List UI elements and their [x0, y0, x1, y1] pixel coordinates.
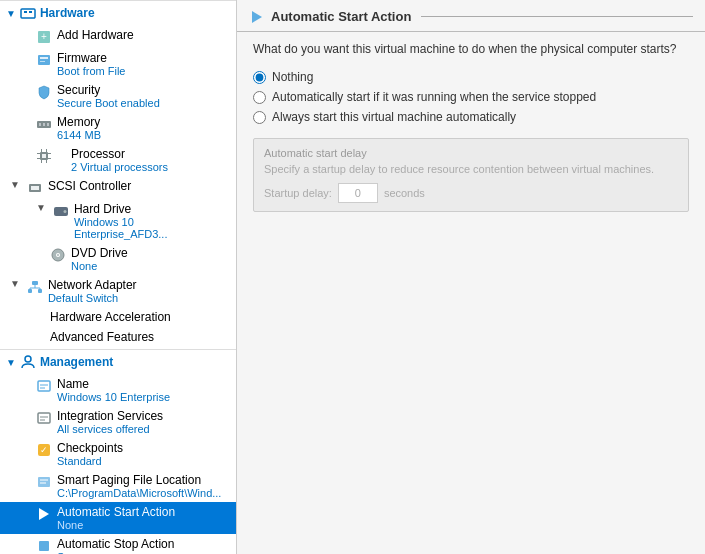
svg-rect-6 — [40, 57, 48, 59]
security-label: Security — [57, 83, 160, 97]
add-hardware-icon: + — [36, 29, 52, 45]
svg-rect-17 — [46, 160, 47, 163]
security-item[interactable]: Security Secure Boot enabled — [0, 80, 236, 112]
dvd-item[interactable]: DVD Drive None — [0, 243, 236, 275]
right-header-title: Automatic Start Action — [271, 9, 411, 24]
smartpaging-sub: C:\ProgramData\Microsoft\Wind... — [57, 487, 221, 499]
firmware-item[interactable]: Firmware Boot from File — [0, 48, 236, 80]
memory-icon — [36, 116, 52, 132]
integration-sub: All services offered — [57, 423, 163, 435]
svg-rect-15 — [46, 149, 47, 152]
subsection-title: Automatic start delay — [264, 147, 678, 159]
scsi-icon — [27, 180, 43, 196]
management-expand-icon: ▼ — [6, 357, 16, 368]
svg-point-28 — [57, 254, 59, 256]
smartpaging-item[interactable]: Smart Paging File Location C:\ProgramDat… — [0, 470, 236, 502]
svg-rect-2 — [29, 11, 32, 13]
delay-unit: seconds — [384, 187, 425, 199]
hardware-section-label: Hardware — [40, 6, 95, 20]
adv-features-item[interactable]: Advanced Features — [0, 327, 236, 347]
radio-group: Nothing Automatically start if it was ru… — [253, 70, 689, 124]
harddrive-label: Hard Drive — [74, 202, 230, 216]
scsi-label: SCSI Controller — [48, 179, 131, 193]
processor-item[interactable]: Processor 2 Virtual processors — [0, 144, 236, 176]
radio-auto-input[interactable] — [253, 91, 266, 104]
integration-icon — [36, 410, 52, 426]
radio-nothing-label: Nothing — [272, 70, 313, 84]
svg-rect-29 — [32, 281, 38, 285]
radio-auto-label: Automatically start if it was running wh… — [272, 90, 596, 104]
checkpoints-label: Checkpoints — [57, 441, 123, 455]
name-label: Name — [57, 377, 170, 391]
processor-label: Processor — [71, 147, 168, 161]
firmware-icon — [36, 52, 52, 68]
dvd-label: DVD Drive — [71, 246, 128, 260]
smartpaging-label: Smart Paging File Location — [57, 473, 221, 487]
right-header-icon — [249, 9, 265, 25]
hw-accel-label: Hardware Acceleration — [50, 310, 171, 324]
svg-rect-49 — [39, 541, 49, 551]
name-item[interactable]: Name Windows 10 Enterprise — [0, 374, 236, 406]
radio-nothing-input[interactable] — [253, 71, 266, 84]
processor-sub: 2 Virtual processors — [71, 161, 168, 173]
management-section-label: Management — [40, 355, 113, 369]
svg-text:✓: ✓ — [40, 445, 48, 455]
subsection-desc: Specify a startup delay to reduce resour… — [264, 163, 678, 175]
svg-rect-21 — [48, 158, 51, 159]
name-sub: Windows 10 Enterprise — [57, 391, 170, 403]
svg-rect-20 — [48, 153, 51, 154]
right-header: Automatic Start Action — [237, 0, 705, 32]
svg-point-25 — [63, 210, 66, 213]
management-icon — [20, 354, 36, 370]
svg-rect-37 — [38, 381, 50, 391]
memory-label: Memory — [57, 115, 101, 129]
sub-section: Automatic start delay Specify a startup … — [253, 138, 689, 212]
autostart-sub: None — [57, 519, 175, 531]
network-item[interactable]: ▼ Network Adapter Default Switch — [0, 275, 236, 307]
svg-rect-30 — [28, 289, 32, 293]
right-content: What do you want this virtual machine to… — [237, 32, 705, 222]
autostart-icon — [36, 506, 52, 522]
radio-nothing-row[interactable]: Nothing — [253, 70, 689, 84]
svg-rect-31 — [38, 289, 42, 293]
network-sub: Default Switch — [48, 292, 137, 304]
autostart-item[interactable]: Automatic Start Action None — [0, 502, 236, 534]
svg-marker-50 — [252, 11, 262, 23]
svg-rect-7 — [40, 61, 45, 62]
hw-accel-item[interactable]: Hardware Acceleration — [0, 307, 236, 327]
svg-rect-11 — [47, 123, 49, 126]
firmware-sub: Boot from File — [57, 65, 125, 77]
svg-rect-10 — [43, 123, 45, 126]
delay-input — [338, 183, 378, 203]
delay-label: Startup delay: — [264, 187, 332, 199]
svg-marker-48 — [39, 508, 49, 520]
security-sub: Secure Boot enabled — [57, 97, 160, 109]
add-hardware-item[interactable]: + Add Hardware — [0, 25, 236, 48]
hardware-section-header[interactable]: ▼ Hardware — [0, 0, 236, 25]
management-section-header[interactable]: ▼ Management — [0, 349, 236, 374]
svg-rect-16 — [41, 160, 42, 163]
description-text: What do you want this virtual machine to… — [253, 42, 689, 56]
autostop-item[interactable]: Automatic Stop Action Save — [0, 534, 236, 554]
smartpaging-icon — [36, 474, 52, 490]
hardware-expand-icon: ▼ — [6, 8, 16, 19]
checkpoints-item[interactable]: ✓ Checkpoints Standard — [0, 438, 236, 470]
autostop-label: Automatic Stop Action — [57, 537, 174, 551]
dvd-icon — [50, 247, 66, 263]
memory-item[interactable]: Memory 6144 MB — [0, 112, 236, 144]
svg-rect-40 — [38, 413, 50, 423]
processor-icon — [36, 148, 52, 164]
memory-sub: 6144 MB — [57, 129, 101, 141]
hardware-icon — [20, 5, 36, 21]
harddrive-item[interactable]: ▼ Hard Drive Windows 10 Enterprise_AFD3.… — [0, 199, 236, 243]
radio-always-row[interactable]: Always start this virtual machine automa… — [253, 110, 689, 124]
scsi-item[interactable]: ▼ SCSI Controller — [0, 176, 236, 199]
svg-rect-1 — [24, 11, 27, 13]
svg-rect-0 — [21, 9, 35, 18]
svg-rect-19 — [37, 158, 40, 159]
svg-rect-18 — [37, 153, 40, 154]
radio-auto-row[interactable]: Automatically start if it was running wh… — [253, 90, 689, 104]
radio-always-input[interactable] — [253, 111, 266, 124]
integration-item[interactable]: Integration Services All services offere… — [0, 406, 236, 438]
autostop-icon — [36, 538, 52, 554]
